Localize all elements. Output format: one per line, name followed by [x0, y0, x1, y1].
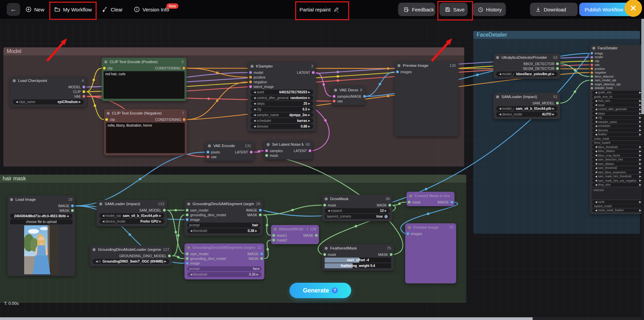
widget-sampler-name[interactable]: ◀ sampler_name ▶	[592, 120, 644, 124]
combo-left-arrow-icon[interactable]: ◀	[595, 162, 597, 165]
input-slot-image[interactable]	[186, 262, 189, 265]
combo-left-arrow-icon[interactable]: ◀	[595, 171, 597, 174]
combo-right-arrow-icon[interactable]: ▶	[255, 229, 257, 232]
widget-ckpt-name[interactable]: ◀ ckpt_name epiCRealism ▶	[13, 99, 84, 104]
node-load-checkpoint[interactable]: Load Checkpoint4MODELCLIPVAE◀ ckpt_name …	[10, 77, 87, 107]
input-slot-mask2[interactable]	[272, 239, 275, 241]
input-slot-segm-detector-opt[interactable]	[591, 83, 593, 85]
collapse-dot-icon[interactable]	[104, 60, 107, 63]
output-slot-model[interactable]	[83, 86, 85, 88]
input-slot-clip[interactable]	[103, 67, 106, 70]
combo-left-arrow-icon[interactable]: ◀	[595, 108, 597, 111]
node-title-bar[interactable]: Convert Mask to Image	[407, 192, 454, 200]
node-title-bar[interactable]: SAMLoader (Impact)51	[493, 93, 560, 101]
collapse-dot-icon[interactable]	[592, 47, 595, 50]
input-slot-negative[interactable]	[591, 72, 593, 74]
combo-left-arrow-icon[interactable]: ◀	[595, 158, 597, 161]
output-slot-latent[interactable]	[312, 71, 315, 74]
node-title-bar[interactable]: Preview Image72	[405, 223, 456, 231]
node-title-bar[interactable]: CLIP Text Encode (Positive)6	[102, 58, 186, 66]
output-slot-conditioning[interactable]	[182, 67, 185, 70]
widget-expand[interactable]: ◀ expand 13 ▶	[325, 208, 390, 213]
input-slot-sam-model[interactable]	[186, 253, 189, 255]
widget-bbox-crop-factor[interactable]: ◀ bbox_crop_factor ▶	[592, 153, 644, 157]
node-clip-text-encode-negative[interactable]: CLIP Text Encode (Negative)7clipCONDITIO…	[104, 109, 187, 155]
widget-force-inpaint[interactable]: force_inpaint	[592, 141, 644, 145]
node-title-bar[interactable]: GroundingDinoSAMSegment (segment anythin…	[184, 243, 264, 252]
combo-right-arrow-icon[interactable]: ▶	[164, 260, 166, 263]
widget-model-name[interactable]: ◀ model_name bbox/face_yolov8m.pt ▶	[496, 72, 557, 77]
widget-sam-mask-hint-use-negative[interactable]: ◀ sam_mask_hint_use_negative ▶	[592, 179, 644, 182]
collapse-dot-icon[interactable]	[325, 197, 328, 200]
collapse-dot-icon[interactable]	[208, 144, 211, 147]
input-slot-positive[interactable]	[591, 67, 593, 70]
node-title-bar[interactable]: VAE Encode131	[205, 142, 254, 150]
combo-left-arrow-icon[interactable]: ◀	[595, 112, 597, 115]
output-slot-latent[interactable]	[309, 149, 311, 152]
widget-filename[interactable]: 2404304d8bd71c-dfc3-4922-9bfd-12fa9f33d0…	[10, 214, 72, 219]
combo-right-arrow-icon[interactable]: ▶	[308, 91, 310, 94]
collapse-dot-icon[interactable]	[10, 198, 13, 201]
collapse-dot-icon[interactable]	[496, 56, 499, 59]
collapse-dot-icon[interactable]	[107, 112, 110, 115]
node-title-bar[interactable]: UltralyticsDetectorProvider53	[493, 53, 560, 61]
combo-right-arrow-icon[interactable]: ▶	[552, 73, 554, 76]
input-slot-pixels[interactable]	[207, 151, 209, 153]
output-slot-bbox-detector[interactable]	[556, 62, 559, 65]
node-ultralyticsdetectorprovider[interactable]: UltralyticsDetectorProvider53BBOX_DETECT…	[493, 53, 560, 79]
widget-cycle[interactable]: ◀ cycle ▶	[592, 200, 644, 204]
input-slot-clip[interactable]	[591, 60, 593, 62]
new-button[interactable]: New	[25, 0, 44, 19]
widget-sampler-name[interactable]: ◀ sampler_name dpmpp_2m ▶	[251, 112, 313, 118]
collapse-dot-icon[interactable]	[274, 228, 277, 231]
output-slot-image[interactable]	[450, 201, 453, 203]
collapse-dot-icon[interactable]	[334, 89, 337, 92]
input-slot-mask[interactable]	[323, 204, 326, 207]
prompt-textarea[interactable]: nsfw, blurry, illustration, horror	[106, 123, 185, 153]
combo-left-arrow-icon[interactable]: ◀	[595, 129, 597, 132]
node-title-bar[interactable]: Load Image19	[7, 195, 75, 203]
collapse-dot-icon[interactable]	[99, 202, 102, 205]
combo-left-arrow-icon[interactable]: ◀	[254, 119, 256, 122]
combo-left-arrow-icon[interactable]: ◀	[499, 113, 501, 116]
combo-left-arrow-icon[interactable]: ◀	[254, 125, 256, 128]
node-bitwise-mask-mask[interactable]: Bitwise(MASK - MASK)128mask1MASKmask2	[271, 225, 319, 244]
input-slot-clip[interactable]	[105, 118, 108, 121]
node-title-bar[interactable]: VAE Decode8	[331, 86, 365, 94]
node-title-bar[interactable]: FaceDetailer	[590, 45, 644, 51]
input-slot-positive[interactable]	[249, 76, 252, 79]
input-slot-vae[interactable]	[207, 155, 209, 158]
input-slot-sam-model[interactable]	[186, 209, 189, 212]
input-slot-grounding-dino-model[interactable]	[186, 214, 189, 216]
input-slot-mask[interactable]	[265, 154, 268, 157]
collapse-dot-icon[interactable]	[251, 65, 254, 68]
input-slot-grounding-dino-model[interactable]	[186, 257, 189, 260]
prompt-textarea[interactable]: red hair, curls	[104, 71, 184, 99]
output-slot-vae[interactable]	[83, 95, 85, 98]
combo-left-arrow-icon[interactable]: ◀	[595, 209, 597, 212]
collapse-dot-icon[interactable]	[397, 64, 400, 67]
combo-right-arrow-icon[interactable]: ▶	[308, 119, 310, 122]
input-slot-images[interactable]	[407, 232, 409, 235]
save-button[interactable]: Save	[439, 3, 468, 16]
widget-sam-threshold[interactable]: ◀ sam_threshold ▶	[592, 166, 644, 170]
collapse-dot-icon[interactable]	[496, 95, 499, 98]
combo-left-arrow-icon[interactable]: ◀	[595, 103, 597, 106]
combo-right-arrow-icon[interactable]: ▶	[308, 108, 310, 111]
widget-sam-bbox-expansion[interactable]: ◀ sam_bbox_expansion ▶	[592, 170, 644, 174]
combo-left-arrow-icon[interactable]: ◀	[595, 167, 597, 170]
input-slot-images[interactable]	[396, 71, 399, 73]
output-slot-sam-model[interactable]	[163, 209, 166, 212]
combo-left-arrow-icon[interactable]: ◀	[595, 150, 597, 153]
output-slot-mask[interactable]	[260, 257, 263, 260]
widget-max-size[interactable]: ◀ max_size ▶	[592, 99, 644, 103]
widget-guide-size[interactable]: ◀ guide_size ▶	[592, 91, 644, 94]
combo-left-arrow-icon[interactable]: ◀	[190, 229, 192, 232]
input-slot-bbox-detector[interactable]	[591, 75, 593, 78]
combo-right-arrow-icon[interactable]: ▶	[308, 96, 310, 99]
collapse-dot-icon[interactable]	[187, 246, 190, 249]
output-slot-image[interactable]	[363, 95, 366, 98]
node-title-bar[interactable]: GrowMask38	[322, 195, 392, 203]
node-groundingdinomodelloader-segment-anything[interactable]: GroundingDinoModelLoader (segment anythi…	[90, 245, 172, 266]
combo-left-arrow-icon[interactable]: ◀	[595, 116, 597, 119]
